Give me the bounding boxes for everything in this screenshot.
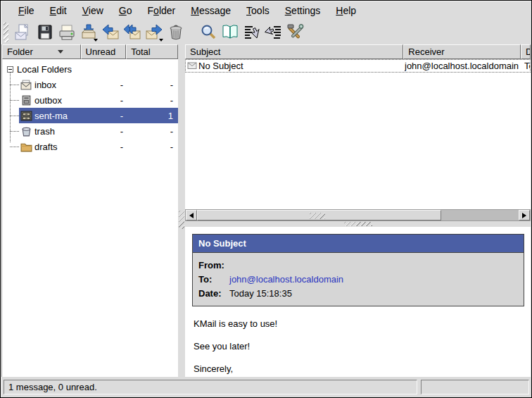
check-mail-dropdown-icon[interactable] [94,39,98,42]
folder-unread-count: - [120,111,123,121]
menu-view[interactable]: View [75,1,111,20]
receiver-column-label: Receiver [408,46,444,57]
configure-button[interactable] [285,23,305,43]
date-column-header[interactable]: Date [521,44,531,59]
scrollbar-thumb[interactable] [197,210,441,220]
body-line: Sincerely, [194,363,524,375]
folder-row-trash[interactable]: trash - - [2,123,178,139]
arrow-left-icon [189,213,194,218]
total-column-label: Total [131,46,150,57]
scroll-left-button[interactable] [186,210,197,220]
save-button[interactable] [34,23,55,43]
save-icon [36,23,54,42]
folder-label: outbox [34,95,62,106]
right-column: Subject Receiver Date [185,44,531,377]
folder-root-row[interactable]: Local Folders [2,61,178,77]
sort-descending-icon [58,50,63,54]
unread-column-header[interactable]: Unread [81,44,127,59]
tree-connector [10,100,19,101]
menu-file[interactable]: File [11,1,42,20]
menu-bar: File Edit View Go Folder Message Tools S… [1,1,531,20]
from-row: From: [198,258,518,272]
message-subject: No Subject [198,61,243,71]
folder-unread-count: - [120,126,123,137]
selected-folder-highlight: sent-ma [19,108,178,123]
message-body: KMail is easy to use! See you later! Sin… [194,318,524,377]
reply-all-icon [123,23,141,42]
menu-tools[interactable]: Tools [239,1,277,20]
from-label: From: [198,260,229,270]
folder-row-outbox[interactable]: outbox - - [2,92,178,108]
horizontal-scrollbar [185,209,531,221]
inbox-icon [20,80,32,90]
date-label: Date: [198,288,229,299]
reply-all-button[interactable] [122,23,142,43]
select-messages-button[interactable] [241,23,262,43]
receiver-column-header[interactable]: Receiver [403,44,521,59]
scroll-right-button[interactable] [519,210,530,220]
menu-message[interactable]: Message [183,1,239,20]
print-button[interactable] [56,23,77,43]
menu-help[interactable]: Help [328,1,364,20]
message-fields: From: To: john@localhost.localdomain Dat… [193,252,524,306]
goto-message-button[interactable] [263,23,284,43]
new-message-icon [14,23,32,42]
body-line: KMail is easy to use! [194,318,524,330]
folder-unread-count: - [120,80,123,90]
main-area: Folder Unread Total Local Folders [1,44,531,377]
folder-unread-count: - [120,95,123,106]
horizontal-splitter[interactable] [185,221,531,227]
folder-total-count: - [170,126,173,137]
message-header-box: No Subject From: To: john@localhost.loca… [192,234,524,306]
body-line: George [194,375,524,377]
folder-row-drafts[interactable]: drafts - - [2,139,178,154]
folder-total-count: 1 [168,111,173,121]
folder-root-label: Local Folders [17,64,72,75]
folder-row-sent[interactable]: sent-ma - 1 [2,108,178,123]
arrow-right-icon [522,213,526,218]
enter-list-icon [265,23,283,42]
drafts-folder-icon [20,142,32,152]
folder-column-header[interactable]: Folder [2,44,81,59]
find-messages-button[interactable] [198,23,218,43]
folder-column-label: Folder [7,46,33,57]
folder-label: inbox [34,80,56,90]
scrollbar-track[interactable] [197,210,519,220]
date-row: Date: Today 15:18:35 [198,286,518,300]
date-value: Today 15:18:35 [229,288,292,299]
tree-connector [10,116,19,116]
body-line [194,352,524,363]
to-address-link[interactable]: john@localhost.localdomain [229,274,343,285]
unread-column-label: Unread [86,46,116,57]
folder-pane: Folder Unread Total Local Folders [1,44,178,377]
menu-edit[interactable]: Edit [42,1,75,20]
menu-folder[interactable]: Folder [140,1,184,20]
check-mail-button[interactable] [78,23,99,43]
message-list-header: Subject Receiver Date [185,44,531,59]
toolbar-drag-handle[interactable] [4,23,8,42]
message-row[interactable]: No Subject john@localhost.localdomain To… [185,59,531,73]
scrollbar-thumb-grip [310,213,325,219]
subject-column-header[interactable]: Subject [185,44,403,59]
message-receiver: john@localhost.localdomain [405,61,521,71]
folder-total-count: - [170,95,173,106]
trash-icon [167,23,185,42]
message-preview-pane: No Subject From: To: john@localhost.loca… [185,227,531,377]
total-column-header[interactable]: Total [126,44,178,59]
folder-row-inbox[interactable]: inbox - - [2,77,178,92]
reply-button[interactable] [100,23,120,43]
forward-dropdown-icon[interactable] [159,39,163,42]
new-message-button[interactable] [13,23,33,43]
collapse-expander-icon[interactable] [7,66,13,73]
to-label: To: [198,274,229,285]
trash-button[interactable] [165,23,186,43]
folder-label: trash [34,126,55,137]
status-bar: 1 message, 0 unread. [1,378,531,397]
menu-settings[interactable]: Settings [277,1,329,20]
configure-icon [286,23,305,42]
folder-list-header: Folder Unread Total [2,44,178,59]
menu-go[interactable]: Go [111,1,140,20]
forward-button[interactable] [144,23,164,43]
address-book-button[interactable] [220,23,240,43]
vertical-splitter[interactable] [178,44,185,377]
